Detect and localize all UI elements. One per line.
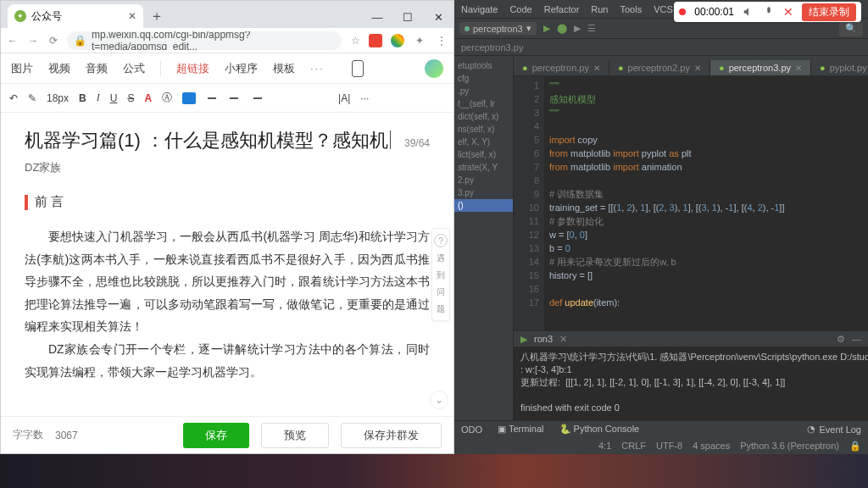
debug-button[interactable]: ⬤ <box>557 23 567 34</box>
align-justify-button[interactable] <box>272 93 284 103</box>
ext-1[interactable] <box>369 34 382 47</box>
more-format[interactable]: ··· <box>360 92 369 104</box>
code-lines[interactable]: """ 感知机模型 """ import copy from matplotli… <box>544 76 868 330</box>
structure-item[interactable]: strate(X, Y <box>454 161 513 174</box>
font-size[interactable]: 18px <box>47 92 69 104</box>
document-body[interactable]: 机器学习篇(1) ：什么是感知机模型？感知机 39/64 DZ家族 前 言 要想… <box>1 113 453 416</box>
structure-item[interactable]: () <box>454 199 513 212</box>
structure-item[interactable]: dict(self, x) <box>454 110 513 123</box>
stop-button[interactable]: ▶ <box>574 23 581 34</box>
minimize-panel-icon[interactable]: — <box>852 334 861 344</box>
todo-tool[interactable]: ODO <box>461 424 482 435</box>
help-icon[interactable]: ? <box>434 234 448 247</box>
insert-audio[interactable]: 音频 <box>86 61 108 76</box>
forward-button[interactable]: → <box>26 35 40 47</box>
italic-button[interactable]: I <box>97 92 100 104</box>
menu-navigate[interactable]: Navigate <box>461 4 498 14</box>
browser-tab[interactable]: ✦ 公众号 ✕ <box>8 4 143 28</box>
article-author[interactable]: DZ家族 <box>25 160 430 175</box>
more-run-button[interactable]: ☰ <box>587 23 596 34</box>
list-button[interactable] <box>316 93 328 103</box>
interpreter[interactable]: Python 3.6 (Perceptron) <box>740 441 839 451</box>
puzzle-icon[interactable]: ✦ <box>413 35 426 47</box>
paragraph-1[interactable]: 要想快速入门机器学习，一般会从西瓜书(机器学习 周志华)和统计学习方法(李航)这… <box>25 225 430 383</box>
caret-pos[interactable]: 4:1 <box>598 441 611 451</box>
underline-button[interactable]: U <box>110 92 118 104</box>
menu-refactor[interactable]: Refactor <box>544 4 580 14</box>
rerun-button[interactable]: ▶ <box>520 334 527 345</box>
address-bar[interactable]: 🔒 mp.weixin.qq.com/cgi-bin/appmsg?t=medi… <box>67 31 342 50</box>
mic-icon[interactable] <box>763 6 775 18</box>
article-title[interactable]: 机器学习篇(1) ：什么是感知机模型？感知机 <box>25 128 388 153</box>
tab-close-icon[interactable]: ✕ <box>795 64 802 73</box>
insert-miniprog[interactable]: 小程序 <box>225 61 258 76</box>
format-brush[interactable]: ✎ <box>28 92 36 104</box>
insert-link[interactable]: 超链接 <box>176 61 209 76</box>
undo-button[interactable]: ↶ <box>9 92 18 104</box>
bold-button[interactable]: B <box>79 92 86 104</box>
run-config-selector[interactable]: perceptron3 ▾ <box>459 22 537 35</box>
search-button[interactable]: 🔍 <box>839 21 863 36</box>
gear-icon[interactable]: ⚙ <box>837 334 845 345</box>
run-button[interactable]: ▶ <box>543 23 550 34</box>
insert-template[interactable]: 模板 <box>273 61 295 76</box>
strike-button[interactable]: S <box>127 92 134 104</box>
avatar[interactable] <box>425 59 443 78</box>
scroll-down-button[interactable]: ⌄ <box>430 391 448 409</box>
structure-item[interactable]: cfg <box>454 72 513 85</box>
run-console[interactable]: 八机器学习\统计学习方法\代码\1. 感知器\Perceptron\venv\S… <box>514 347 868 420</box>
maximize-button[interactable]: ☐ <box>392 6 423 28</box>
reload-button[interactable]: ⟳ <box>47 35 60 47</box>
structure-item[interactable]: elf, X, Y) <box>454 136 513 148</box>
save-button[interactable]: 保存 <box>183 423 249 448</box>
preview-phone-icon[interactable] <box>352 60 364 77</box>
event-log-tool[interactable]: ◔ Event Log <box>807 424 861 435</box>
clear-format-button[interactable]: Ⓐ <box>162 91 172 105</box>
insert-image[interactable]: 图片 <box>11 61 33 76</box>
file-tab[interactable]: ●pyplot.py✕ <box>811 60 868 75</box>
terminal-tool[interactable]: ▣ Terminal <box>498 424 543 435</box>
close-button[interactable]: ✕ <box>423 6 453 28</box>
structure-item[interactable]: .py <box>454 85 513 97</box>
text-color-button[interactable]: A <box>144 92 152 104</box>
insert-video[interactable]: 视频 <box>48 61 70 76</box>
menu-vcs[interactable]: VCS <box>654 4 673 14</box>
align-left-button[interactable] <box>206 93 218 103</box>
file-tab[interactable]: ●perceptron3.py✕ <box>710 60 811 75</box>
menu-code[interactable]: Code <box>509 4 531 14</box>
menu-run[interactable]: Run <box>591 4 608 14</box>
stop-record-button[interactable]: 结束录制 <box>802 3 856 21</box>
back-button[interactable]: ← <box>6 35 19 47</box>
tab-close-icon[interactable]: ✕ <box>128 10 136 22</box>
speaker-icon[interactable] <box>743 6 754 18</box>
ext-2[interactable] <box>391 34 404 47</box>
structure-item[interactable]: ns(self, x) <box>454 123 513 136</box>
structure-item[interactable]: etuptools <box>454 59 513 72</box>
file-tab[interactable]: ●perceptron.py✕ <box>514 60 609 75</box>
python-console-tool[interactable]: 🐍 Python Console <box>559 424 640 435</box>
star-icon[interactable]: ☆ <box>348 35 362 47</box>
indent[interactable]: 4 spaces <box>693 441 730 451</box>
menu-icon[interactable]: ⋮ <box>435 35 448 47</box>
structure-panel[interactable]: etuptoolscfg.pyt__(self, lrdict(self, x)… <box>454 56 514 420</box>
save-send-button[interactable]: 保存并群发 <box>341 423 442 448</box>
align-center-button[interactable] <box>228 93 240 103</box>
run-tab-label[interactable]: ron3 <box>534 334 553 344</box>
minimize-button[interactable]: — <box>362 6 392 28</box>
indent-button[interactable] <box>294 93 306 103</box>
tab-close-icon[interactable]: ✕ <box>593 64 600 73</box>
tab-close-icon[interactable]: ✕ <box>694 64 701 73</box>
run-close-icon[interactable]: ✕ <box>559 334 567 345</box>
close-icon[interactable]: ✕ <box>783 5 793 19</box>
line-height-button[interactable]: |A| <box>338 92 350 104</box>
encoding[interactable]: UTF-8 <box>656 441 682 451</box>
highlight-button[interactable] <box>182 92 196 104</box>
new-tab-button[interactable]: ＋ <box>147 6 167 26</box>
file-tab[interactable]: ●perceptron2.py✕ <box>609 60 710 75</box>
menu-tools[interactable]: Tools <box>620 4 642 14</box>
structure-item[interactable]: lict(self, x) <box>454 148 513 161</box>
align-right-button[interactable] <box>250 93 262 103</box>
insert-formula[interactable]: 公式 <box>123 61 145 76</box>
help-sidebar[interactable]: ? 遇 到 问 题 <box>431 228 450 321</box>
structure-item[interactable]: t__(self, lr <box>454 97 513 110</box>
